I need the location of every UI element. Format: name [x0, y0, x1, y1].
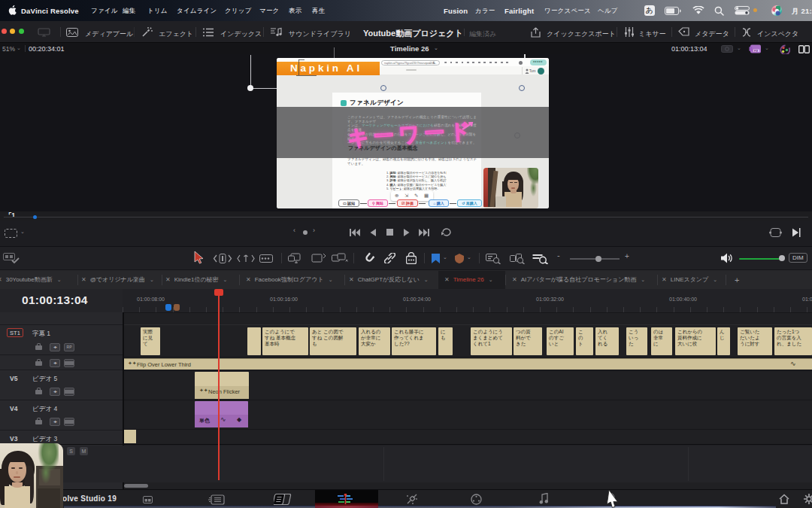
- svg-text:FIX: FIX: [754, 50, 759, 53]
